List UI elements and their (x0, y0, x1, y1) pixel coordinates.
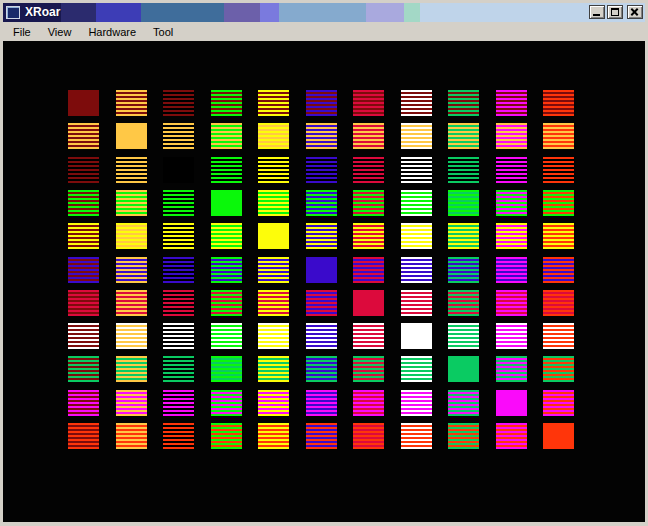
swatch-r4-c11-green-orange (543, 190, 574, 216)
swatch-r2-c11-amber-orange (543, 123, 574, 149)
swatch-r6-c2-blue-amber (116, 257, 147, 283)
swatch-r4-c10-green-magenta (496, 190, 527, 216)
swatch-r6-c9-blue-cyan-green (448, 257, 479, 283)
swatch-r7-c6-red-blue (306, 290, 337, 316)
swatch-r8-c1-white-dark-red (68, 323, 99, 349)
minimize-button[interactable] (589, 5, 605, 19)
swatch-r6-c10-blue-magenta (496, 257, 527, 283)
swatch-r10-c7-magenta-red (353, 390, 384, 416)
close-button[interactable] (627, 5, 643, 19)
swatch-r2-c8-amber-white (401, 123, 432, 149)
swatch-r8-c8-white-white (401, 323, 432, 349)
swatch-r7-c7-red-red (353, 290, 384, 316)
swatch-r1-c10-dark-red-magenta (496, 90, 527, 116)
swatch-r11-c5-orange-yellow (258, 423, 289, 449)
swatch-r5-c7-yellow-red (353, 223, 384, 249)
swatch-r5-c9-yellow-cyan-green (448, 223, 479, 249)
swatch-r9-c1-cyan-green-dark-red (68, 356, 99, 382)
swatch-r7-c11-red-orange (543, 290, 574, 316)
swatch-r9-c7-cyan-green-red (353, 356, 384, 382)
xroar-window: XRoar File View Hardware Tool (0, 0, 648, 526)
swatch-r6-c5-blue-yellow (258, 257, 289, 283)
swatch-r10-c11-magenta-orange (543, 390, 574, 416)
app-icon (6, 6, 20, 19)
menu-item-file[interactable]: File (11, 25, 33, 39)
swatch-r10-c1-magenta-dark-red (68, 390, 99, 416)
swatch-r2-c6-amber-blue (306, 123, 337, 149)
swatch-r4-c8-green-white (401, 190, 432, 216)
swatch-r3-c5-black-yellow (258, 157, 289, 183)
swatch-r4-c7-green-red (353, 190, 384, 216)
swatch-r1-c1-dark-red-dark-red (68, 90, 99, 116)
swatch-r7-c5-red-yellow (258, 290, 289, 316)
swatch-r3-c1-black-dark-red (68, 157, 99, 183)
swatch-r5-c6-yellow-blue (306, 223, 337, 249)
swatch-r11-c10-orange-magenta (496, 423, 527, 449)
swatch-r11-c2-orange-amber (116, 423, 147, 449)
swatch-r1-c9-dark-red-cyan-green (448, 90, 479, 116)
swatch-r11-c11-orange-orange (543, 423, 574, 449)
swatch-r7-c9-red-cyan-green (448, 290, 479, 316)
maximize-button[interactable] (607, 5, 623, 19)
swatch-r10-c5-magenta-yellow (258, 390, 289, 416)
swatch-r4-c3-green-black (163, 190, 194, 216)
swatch-r2-c4-amber-green (211, 123, 242, 149)
swatch-r2-c10-amber-magenta (496, 123, 527, 149)
swatch-r3-c8-black-white (401, 157, 432, 183)
swatch-r3-c11-black-orange (543, 157, 574, 183)
swatch-r3-c6-black-blue (306, 157, 337, 183)
swatch-r11-c3-orange-black (163, 423, 194, 449)
swatch-r5-c10-yellow-magenta (496, 223, 527, 249)
titlebar[interactable]: XRoar (3, 3, 645, 22)
swatch-r3-c3-black-black (163, 157, 194, 183)
swatch-r2-c9-amber-cyan-green (448, 123, 479, 149)
swatch-r1-c2-dark-red-amber (116, 90, 147, 116)
swatch-r9-c8-cyan-green-white (401, 356, 432, 382)
swatch-r5-c3-yellow-black (163, 223, 194, 249)
swatch-r9-c10-cyan-green-magenta (496, 356, 527, 382)
swatch-r7-c2-red-amber (116, 290, 147, 316)
swatch-r7-c8-red-white (401, 290, 432, 316)
swatch-r5-c11-yellow-orange (543, 223, 574, 249)
swatch-r1-c8-dark-red-white (401, 90, 432, 116)
swatch-r4-c2-green-amber (116, 190, 147, 216)
swatch-r6-c3-blue-black (163, 257, 194, 283)
swatch-r6-c6-blue-blue (306, 257, 337, 283)
swatch-r5-c2-yellow-amber (116, 223, 147, 249)
swatch-r9-c6-cyan-green-blue (306, 356, 337, 382)
swatch-r6-c8-blue-white (401, 257, 432, 283)
swatch-r11-c6-orange-blue (306, 423, 337, 449)
close-icon (628, 6, 642, 18)
window-controls (587, 5, 643, 19)
swatch-r6-c1-blue-dark-red (68, 257, 99, 283)
swatch-r9-c2-cyan-green-amber (116, 356, 147, 382)
swatch-r1-c4-dark-red-green (211, 90, 242, 116)
swatch-r3-c2-black-amber (116, 157, 147, 183)
swatch-r7-c4-red-green (211, 290, 242, 316)
swatch-r8-c6-white-blue (306, 323, 337, 349)
menu-item-tool[interactable]: Tool (151, 25, 175, 39)
emulator-display[interactable] (3, 41, 645, 522)
menu-item-hardware[interactable]: Hardware (86, 25, 138, 39)
swatch-r1-c6-dark-red-blue (306, 90, 337, 116)
swatch-r11-c7-orange-red (353, 423, 384, 449)
minimize-icon (593, 14, 600, 16)
swatch-r4-c5-green-yellow (258, 190, 289, 216)
swatch-r10-c10-magenta-magenta (496, 390, 527, 416)
swatch-r6-c11-blue-orange (543, 257, 574, 283)
swatch-r3-c7-black-red (353, 157, 384, 183)
window-title: XRoar (25, 3, 60, 22)
menu-item-view[interactable]: View (46, 25, 74, 39)
swatch-r5-c4-yellow-green (211, 223, 242, 249)
swatch-r4-c4-green-green (211, 190, 242, 216)
swatch-r10-c9-magenta-cyan-green (448, 390, 479, 416)
swatch-r8-c5-white-yellow (258, 323, 289, 349)
swatch-r4-c9-green-cyan-green (448, 190, 479, 216)
swatch-r6-c4-blue-green (211, 257, 242, 283)
swatch-r8-c11-white-orange (543, 323, 574, 349)
swatch-r6-c7-blue-red (353, 257, 384, 283)
swatch-r10-c6-magenta-blue (306, 390, 337, 416)
maximize-icon (611, 8, 619, 16)
swatch-r8-c2-white-amber (116, 323, 147, 349)
swatch-r5-c5-yellow-yellow (258, 223, 289, 249)
